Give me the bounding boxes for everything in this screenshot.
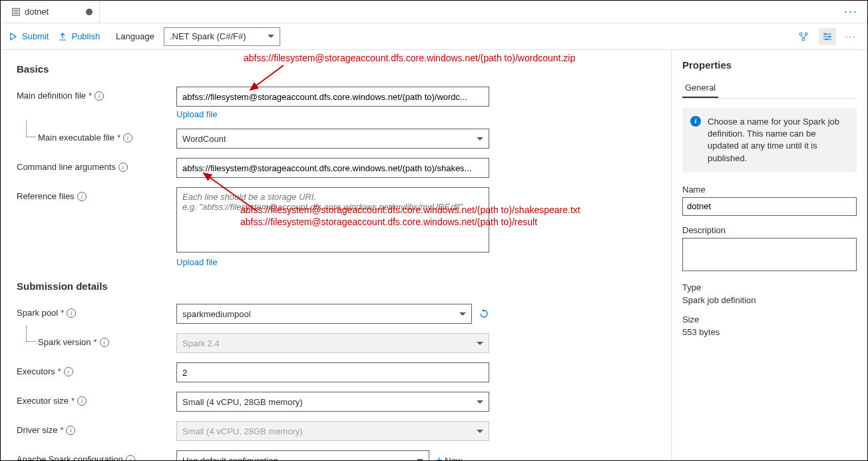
- chevron-down-icon: [477, 342, 483, 345]
- driver-size-select: Small (4 vCPU, 28GB memory): [176, 421, 489, 441]
- spark-version-label: Spark version * i: [17, 333, 176, 347]
- name-input[interactable]: [682, 197, 857, 216]
- form-panel: abfss://filesystem@storageaccount.dfs.co…: [1, 50, 671, 460]
- info-icon[interactable]: i: [64, 367, 73, 376]
- svg-point-11: [825, 33, 827, 35]
- main-def-label: Main definition file * i: [17, 87, 176, 101]
- info-icon[interactable]: i: [66, 426, 75, 435]
- unsaved-indicator-icon: [86, 9, 93, 15]
- chevron-down-icon: [459, 312, 466, 316]
- info-icon[interactable]: i: [100, 338, 109, 347]
- tab-bar: dotnet ···: [1, 1, 867, 23]
- driver-size-label: Driver size * i: [17, 421, 176, 435]
- name-label: Name: [682, 185, 857, 195]
- language-select[interactable]: .NET Spark (C#/F#): [164, 27, 280, 46]
- type-label: Type: [682, 282, 857, 292]
- new-config-link[interactable]: +New: [436, 454, 462, 460]
- basics-heading: Basics: [17, 63, 655, 75]
- spark-version-select: Spark 2.4: [176, 333, 489, 353]
- apache-config-select[interactable]: Use default configuration: [176, 450, 429, 460]
- size-value: 553 bytes: [682, 327, 857, 337]
- tab-overflow-icon[interactable]: ···: [839, 5, 863, 19]
- svg-point-12: [829, 35, 831, 37]
- more-icon[interactable]: ···: [843, 29, 859, 44]
- svg-point-5: [799, 33, 802, 35]
- svg-point-13: [826, 38, 828, 40]
- publish-icon: [58, 32, 67, 41]
- info-icon[interactable]: i: [67, 308, 76, 318]
- apache-config-label: Apache Spark configuration i: [17, 450, 176, 460]
- properties-panel: Properties General i Choose a name for y…: [671, 50, 867, 460]
- tab-title: dotnet: [25, 7, 49, 17]
- submission-heading: Submission details: [17, 280, 655, 292]
- properties-heading: Properties: [682, 59, 857, 71]
- info-box: i Choose a name for your Spark job defin…: [682, 108, 857, 173]
- submit-label: Submit: [22, 31, 49, 41]
- properties-tabs: General: [682, 79, 857, 99]
- main-exec-select[interactable]: WordCount: [176, 129, 489, 149]
- chevron-down-icon: [268, 35, 274, 38]
- info-icon[interactable]: i: [77, 396, 87, 406]
- info-icon[interactable]: i: [77, 192, 87, 201]
- annotation-1: abfss://filesystem@storageaccount.dfs.co…: [244, 53, 575, 63]
- play-icon: [9, 32, 18, 41]
- executor-size-select[interactable]: Small (4 vCPU, 28GB memory): [176, 392, 489, 412]
- main-def-input[interactable]: [176, 87, 489, 107]
- cmd-args-label: Command line arguments i: [17, 158, 176, 172]
- info-icon[interactable]: i: [126, 455, 135, 461]
- action-bar: Submit Publish Language .NET Spark (C#/F…: [1, 23, 867, 50]
- ref-files-input[interactable]: [176, 187, 489, 252]
- spark-pool-select[interactable]: sparkmediumpool: [176, 304, 472, 324]
- publish-label: Publish: [71, 31, 100, 41]
- info-icon[interactable]: i: [123, 133, 132, 143]
- executors-label: Executors * i: [17, 362, 176, 376]
- info-icon[interactable]: i: [118, 163, 128, 172]
- settings-icon[interactable]: [819, 28, 836, 45]
- main-exec-label: Main executable file * i: [17, 129, 176, 143]
- type-value: Spark job definition: [682, 295, 857, 305]
- executors-input[interactable]: [176, 362, 489, 382]
- info-text: Choose a name for your Spark job definit…: [708, 116, 849, 165]
- spark-pool-label: Spark pool * i: [17, 304, 176, 318]
- chevron-down-icon: [477, 137, 483, 141]
- cmd-args-input[interactable]: [176, 158, 489, 178]
- upload-file-link-2[interactable]: Upload file: [176, 257, 217, 267]
- chevron-down-icon: [417, 459, 423, 461]
- file-icon: [11, 7, 21, 17]
- executor-size-label: Executor size * i: [17, 392, 176, 406]
- info-icon[interactable]: i: [95, 91, 104, 101]
- size-label: Size: [682, 314, 857, 324]
- chevron-down-icon: [477, 400, 483, 404]
- tab-dotnet[interactable]: dotnet: [5, 1, 100, 23]
- svg-marker-18: [482, 309, 484, 312]
- publish-button[interactable]: Publish: [58, 31, 100, 41]
- plus-icon: +: [436, 454, 442, 460]
- refresh-button[interactable]: [479, 308, 489, 319]
- svg-point-6: [805, 33, 807, 35]
- svg-marker-4: [11, 33, 16, 40]
- chevron-down-icon: [477, 430, 483, 433]
- desc-input[interactable]: [682, 238, 857, 271]
- desc-label: Description: [682, 225, 857, 235]
- language-label: Language: [116, 31, 154, 41]
- submit-button[interactable]: Submit: [9, 31, 49, 41]
- upload-file-link-1[interactable]: Upload file: [176, 109, 217, 119]
- related-icon[interactable]: [795, 28, 812, 45]
- language-value: .NET Spark (C#/F#): [170, 31, 246, 41]
- info-circle-icon: i: [690, 116, 701, 127]
- ref-files-label: Reference files i: [17, 187, 176, 201]
- tab-general[interactable]: General: [682, 79, 718, 98]
- svg-point-7: [802, 38, 805, 41]
